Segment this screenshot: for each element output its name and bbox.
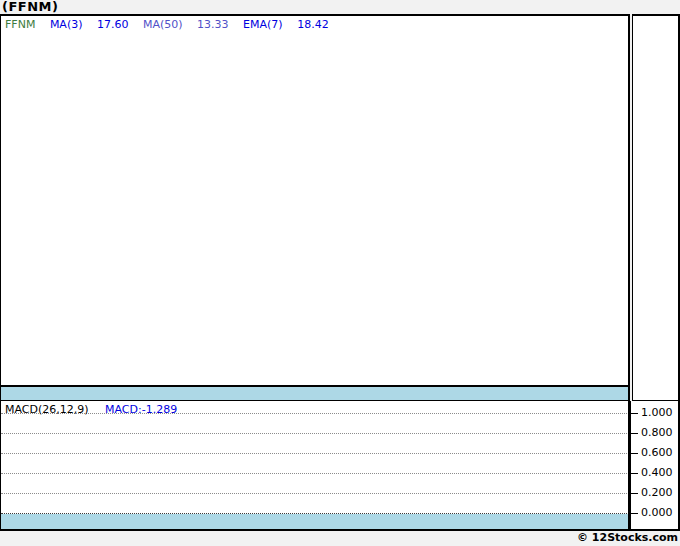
tick-mark bbox=[631, 453, 638, 454]
gridline-0.600 bbox=[1, 453, 627, 454]
macd-value-label: MACD:-1.289 bbox=[105, 403, 177, 416]
axis-tick-label: 0.800 bbox=[641, 426, 673, 439]
macd-zero-band bbox=[1, 514, 628, 529]
gridline-0.200 bbox=[1, 493, 627, 494]
site-watermark: © 12Stocks.com bbox=[577, 531, 678, 544]
symbol-label: FFNM bbox=[5, 18, 35, 31]
tick-mark bbox=[631, 473, 638, 474]
axis-tick-label: 0.600 bbox=[641, 446, 673, 459]
tick-mark bbox=[631, 433, 638, 434]
gridline-0.800 bbox=[1, 433, 627, 434]
tick-mark bbox=[631, 413, 638, 414]
ma50-indicator-label: MA(50) bbox=[143, 18, 183, 31]
axis-tick-label: 0.200 bbox=[641, 486, 673, 499]
axis-tick-label: 0.400 bbox=[641, 466, 673, 479]
tick-mark bbox=[631, 513, 638, 514]
price-axis-column bbox=[632, 14, 680, 401]
price-chart-panel: FFNM MA(3) 17.60 MA(50) 13.33 EMA(7) 18.… bbox=[0, 14, 630, 387]
axis-tick-label: 1.000 bbox=[641, 406, 673, 419]
axis-tick-label: 0.000 bbox=[641, 506, 673, 519]
gridline-0.400 bbox=[1, 473, 627, 474]
ma3-indicator-value: 17.60 bbox=[97, 18, 129, 31]
price-legend: FFNM MA(3) 17.60 MA(50) 13.33 EMA(7) 18.… bbox=[5, 18, 340, 31]
page-title: (FFNM) bbox=[2, 0, 58, 14]
ema7-indicator-value: 18.42 bbox=[297, 18, 329, 31]
ma50-indicator-value: 13.33 bbox=[197, 18, 229, 31]
macd-chart-panel: MACD(26,12,9) MACD:-1.289 bbox=[0, 401, 630, 531]
macd-settings-label: MACD(26,12,9) bbox=[5, 403, 89, 416]
ema7-indicator-label: EMA(7) bbox=[243, 18, 283, 31]
macd-axis-column: 1.000 0.800 0.600 0.400 0.200 0.000 bbox=[630, 401, 680, 531]
macd-legend: MACD(26,12,9) MACD:-1.289 bbox=[5, 403, 177, 416]
panel-divider-band bbox=[0, 387, 630, 401]
gridline-0.000 bbox=[1, 513, 627, 514]
ma3-indicator-label: MA(3) bbox=[50, 18, 83, 31]
tick-mark bbox=[631, 493, 638, 494]
